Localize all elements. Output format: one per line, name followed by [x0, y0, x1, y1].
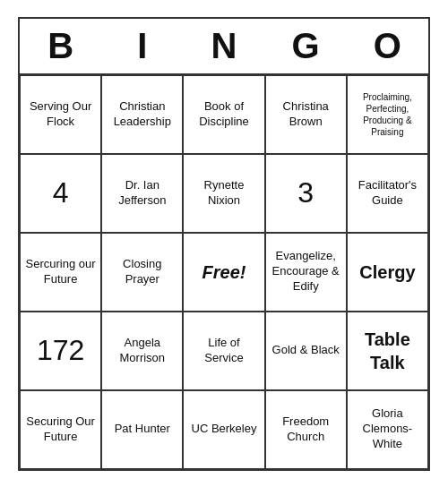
bingo-cell-15: 172 — [20, 312, 101, 390]
bingo-cell-6: Dr. Ian Jefferson — [101, 154, 183, 233]
bingo-cell-11: Closing Prayer — [101, 233, 183, 312]
bingo-cell-3: Christina Brown — [265, 75, 347, 154]
header-b: B — [22, 26, 100, 66]
header-g: G — [266, 26, 345, 66]
bingo-cell-12: Free! — [183, 233, 264, 312]
bingo-cell-17: Life of Service — [183, 312, 264, 390]
bingo-cell-5: 4 — [20, 154, 101, 233]
bingo-cell-23: Freedom Church — [265, 390, 347, 469]
bingo-cell-24: Gloria Clemons-White — [347, 390, 428, 469]
bingo-cell-20: Securing Our Future — [20, 390, 101, 469]
bingo-cell-4: Proclaiming, Perfecting, Producing & Pra… — [347, 75, 428, 154]
bingo-cell-21: Pat Hunter — [101, 390, 183, 469]
bingo-cell-1: Christian Leadership — [101, 75, 183, 154]
bingo-cell-19: Table Talk — [347, 312, 428, 390]
bingo-cell-13: Evangelize, Encourage & Edify — [265, 233, 347, 312]
header-o: O — [348, 26, 426, 66]
bingo-cell-10: Sercuring our Future — [20, 233, 101, 312]
bingo-cell-16: Angela Morrison — [101, 312, 183, 390]
bingo-cell-2: Book of Discipline — [183, 75, 264, 154]
bingo-cell-18: Gold & Black — [265, 312, 347, 390]
bingo-cell-9: Facilitator's Guide — [347, 154, 428, 233]
bingo-grid: Serving Our FlockChristian LeadershipBoo… — [20, 75, 428, 469]
bingo-cell-14: Clergy — [347, 233, 428, 312]
bingo-cell-0: Serving Our Flock — [20, 75, 101, 154]
bingo-cell-8: 3 — [265, 154, 347, 233]
bingo-cell-22: UC Berkeley — [183, 390, 264, 469]
header-i: I — [103, 26, 182, 66]
bingo-card: B I N G O Serving Our FlockChristian Lea… — [18, 17, 430, 471]
bingo-cell-7: Rynette Nixion — [183, 154, 264, 233]
header-n: N — [185, 26, 263, 66]
bingo-header: B I N G O — [20, 19, 428, 75]
